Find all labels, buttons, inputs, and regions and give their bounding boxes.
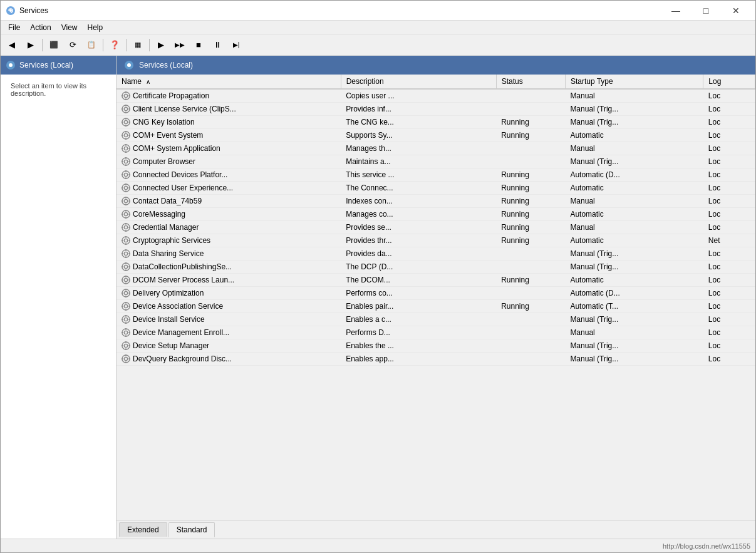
service-log-cell: Loc [703, 326, 755, 339]
service-status-cell [496, 353, 565, 366]
table-wrapper[interactable]: Name ∧ Description Status Startup Type L… [117, 75, 755, 520]
view-button[interactable]: ▦ [129, 37, 147, 53]
table-row[interactable]: CoreMessagingManages co...RunningAutomat… [117, 208, 755, 221]
menu-help[interactable]: Help [83, 22, 108, 33]
services-tbody: Certificate PropagationCopies user ...Ma… [117, 89, 755, 366]
title-bar: Services — □ ✕ [1, 1, 755, 21]
col-header-log[interactable]: Log [703, 75, 755, 89]
content-header: Services (Local) [117, 56, 755, 75]
svg-rect-16 [122, 108, 123, 110]
back-button[interactable]: ◀ [3, 37, 21, 53]
svg-point-12 [122, 105, 130, 113]
svg-rect-94 [122, 279, 123, 281]
svg-rect-100 [122, 292, 123, 294]
service-description-cell: Provides se... [341, 221, 496, 234]
service-name-cell: Credential Manager [117, 221, 341, 234]
export-button[interactable]: 📋 [83, 37, 100, 53]
service-gear-icon [122, 118, 130, 127]
svg-point-96 [122, 289, 130, 297]
svg-point-49 [124, 186, 127, 189]
menu-view[interactable]: View [56, 22, 83, 33]
menu-file[interactable]: File [3, 22, 25, 33]
svg-rect-57 [125, 204, 127, 205]
svg-rect-123 [125, 348, 127, 350]
service-startup-cell: Manual (Trig... [565, 261, 703, 274]
service-gear-icon [122, 315, 130, 324]
svg-rect-51 [125, 190, 127, 192]
table-row[interactable]: DataCollectionPublishingSe...The DCP (D.… [117, 261, 755, 274]
table-row[interactable]: Delivery OptimizationPerforms co...Autom… [117, 287, 755, 300]
svg-rect-80 [125, 249, 127, 251]
help-button[interactable]: ❓ [106, 37, 123, 53]
service-status-cell: Running [496, 221, 565, 234]
service-description-cell: Performs D... [341, 326, 496, 339]
svg-rect-81 [125, 256, 127, 258]
service-name-cell: Computer Browser [117, 155, 341, 168]
tab-extended[interactable]: Extended [119, 522, 167, 537]
svg-rect-8 [125, 91, 127, 93]
table-row[interactable]: Certificate PropagationCopies user ...Ma… [117, 89, 755, 103]
col-header-description[interactable]: Description [341, 75, 496, 89]
service-name-cell: Contact Data_74b59 [117, 195, 341, 208]
svg-rect-131 [128, 358, 130, 359]
svg-point-84 [122, 263, 130, 271]
service-status-cell: Running [496, 129, 565, 142]
service-name-cell: Delivery Optimization [117, 287, 341, 300]
step-button[interactable]: ▶▶ [171, 37, 189, 53]
svg-rect-58 [122, 200, 123, 202]
maximize-button[interactable]: □ [691, 1, 720, 20]
table-row[interactable]: DCOM Server Process Laun...The DCOM...Ru… [117, 274, 755, 287]
play-button[interactable]: ▶ [152, 37, 170, 53]
table-row[interactable]: Connected User Experience...The Connec..… [117, 182, 755, 195]
menu-bar: File Action View Help [1, 21, 755, 34]
svg-rect-83 [128, 253, 130, 254]
service-name-cell: Device Install Service [117, 313, 341, 326]
table-row[interactable]: Data Sharing ServiceProvides da...Manual… [117, 247, 755, 261]
table-row[interactable]: Computer BrowserMaintains a...Manual (Tr… [117, 155, 755, 168]
tab-standard[interactable]: Standard [168, 522, 215, 537]
table-row[interactable]: CNG Key IsolationThe CNG ke...RunningMan… [117, 116, 755, 129]
window-title: Services [19, 6, 48, 15]
refresh-button[interactable]: ⟳ [64, 37, 81, 53]
table-row[interactable]: Cryptographic ServicesProvides thr...Run… [117, 234, 755, 247]
pause-button[interactable]: ⏸ [209, 37, 226, 53]
table-row[interactable]: Connected Devices Platfor...This service… [117, 168, 755, 182]
svg-point-5 [127, 63, 131, 67]
table-row[interactable]: COM+ System ApplicationManages th...Manu… [117, 142, 755, 155]
service-status-cell [496, 261, 565, 274]
service-log-cell: Loc [703, 313, 755, 326]
stop-button[interactable]: ■ [190, 37, 207, 53]
service-startup-cell: Automatic (T... [565, 300, 703, 313]
table-row[interactable]: Client License Service (ClipS...Provides… [117, 103, 755, 116]
service-startup-cell: Manual (Trig... [565, 313, 703, 326]
svg-point-126 [122, 355, 130, 363]
service-gear-icon [122, 289, 130, 297]
table-row[interactable]: Contact Data_74b59Indexes con...RunningM… [117, 195, 755, 208]
col-header-name[interactable]: Name ∧ [117, 75, 341, 89]
table-row[interactable]: DevQuery Background Disc...Enables app..… [117, 353, 755, 366]
svg-rect-14 [125, 105, 127, 106]
table-row[interactable]: Device Management Enroll...Performs D...… [117, 326, 755, 339]
skip-button[interactable]: ▶| [227, 37, 245, 53]
forward-button[interactable]: ▶ [22, 37, 39, 53]
service-description-cell: Performs co... [341, 287, 496, 300]
table-row[interactable]: COM+ Event SystemSupports Sy...RunningAu… [117, 129, 755, 142]
col-header-startup[interactable]: Startup Type [565, 75, 703, 89]
show-hide-button[interactable]: ⬛ [45, 37, 63, 53]
col-header-status[interactable]: Status [496, 75, 565, 89]
service-status-cell [496, 247, 565, 261]
svg-rect-107 [128, 306, 130, 307]
svg-point-108 [122, 316, 130, 323]
svg-rect-23 [128, 121, 130, 123]
service-name-cell: DataCollectionPublishingSe... [117, 261, 341, 274]
menu-action[interactable]: Action [25, 22, 56, 33]
minimize-button[interactable]: — [661, 1, 690, 20]
table-row[interactable]: Device Association ServiceEnables pair..… [117, 300, 755, 313]
close-button[interactable]: ✕ [722, 1, 750, 20]
table-row[interactable]: Credential ManagerProvides se...RunningM… [117, 221, 755, 234]
table-row[interactable]: Device Setup ManagerEnables the ...Manua… [117, 339, 755, 353]
svg-point-18 [122, 118, 130, 126]
service-startup-cell: Manual [565, 142, 703, 155]
toolbar-separator-2 [103, 39, 103, 51]
table-row[interactable]: Device Install ServiceEnables a c...Manu… [117, 313, 755, 326]
